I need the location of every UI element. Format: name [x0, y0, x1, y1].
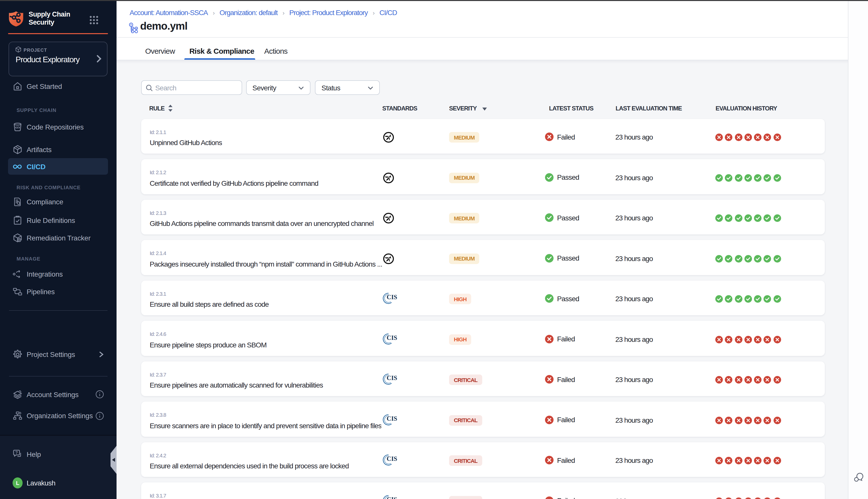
svg-text:CIS: CIS [387, 334, 397, 341]
svg-text:CIS: CIS [387, 496, 397, 499]
svg-text:CIS: CIS [387, 455, 397, 462]
svg-text:CIS: CIS [387, 375, 397, 381]
svg-text:CIS: CIS [387, 415, 397, 422]
svg-text:CIS: CIS [387, 294, 397, 301]
svg-text:?: ? [15, 450, 18, 455]
